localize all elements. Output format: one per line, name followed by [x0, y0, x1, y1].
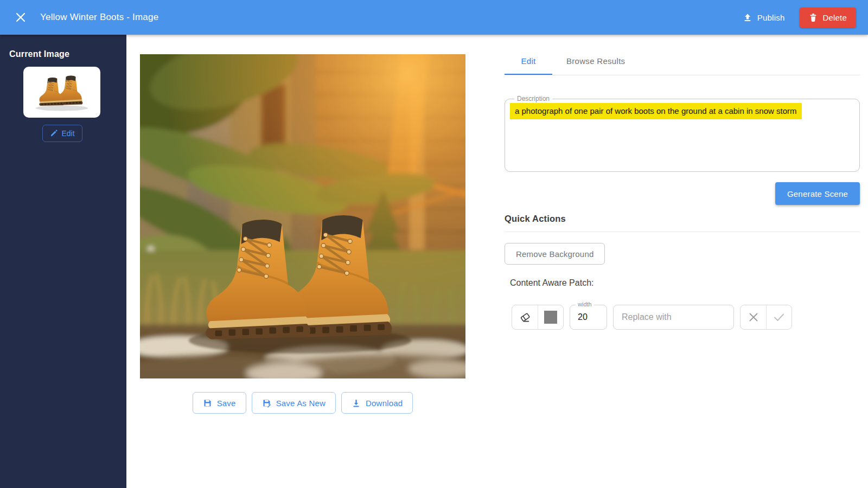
- patch-tool-group: [512, 305, 564, 330]
- generate-scene-button[interactable]: Generate Scene: [775, 182, 860, 205]
- sidebar-heading: Current Image: [9, 49, 126, 59]
- width-input[interactable]: [570, 312, 607, 323]
- trash-icon: [809, 13, 818, 22]
- thumbnail-boots-image: [28, 70, 96, 114]
- delete-button[interactable]: Delete: [800, 8, 856, 28]
- page-title: Yellow Winter Boots - Image: [40, 12, 158, 23]
- publish-button[interactable]: Publish: [739, 12, 788, 23]
- edit-panel: Edit Browse Results Description a photog…: [505, 49, 860, 330]
- cancel-x-icon: [748, 311, 760, 323]
- close-button[interactable]: [10, 7, 31, 28]
- title-bar: Yellow Winter Boots - Image Publish Dele…: [0, 0, 868, 35]
- delete-label: Delete: [822, 13, 847, 22]
- eraser-icon: [519, 311, 531, 323]
- sidebar-edit-button[interactable]: Edit: [42, 125, 82, 142]
- description-field[interactable]: Description a photograph of one pair of …: [505, 95, 860, 172]
- width-field-legend: width: [576, 301, 594, 307]
- patch-color-button[interactable]: [538, 305, 563, 329]
- publish-label: Publish: [757, 13, 785, 22]
- confirm-check-icon: [773, 311, 786, 324]
- patch-confirm-group: [740, 305, 792, 330]
- editor-canvas-image[interactable]: [140, 54, 465, 378]
- cancel-patch-button[interactable]: [741, 305, 766, 329]
- confirm-patch-button[interactable]: [766, 305, 792, 329]
- tab-edit[interactable]: Edit: [505, 49, 552, 75]
- width-field: width: [570, 305, 607, 330]
- description-legend: Description: [514, 95, 552, 102]
- boots-cabin-scene: [140, 54, 465, 378]
- save-as-new-button[interactable]: Save As New: [252, 392, 336, 414]
- quick-actions-heading: Quick Actions: [505, 214, 860, 232]
- sidebar-edit-label: Edit: [61, 129, 74, 138]
- download-label: Download: [366, 399, 403, 408]
- download-button[interactable]: Download: [341, 392, 413, 414]
- current-image-sidebar: Current Image Edit: [0, 35, 126, 488]
- publish-icon: [743, 12, 752, 22]
- current-image-thumbnail[interactable]: [23, 67, 100, 118]
- canvas-action-bar: Save Save As New Download: [140, 392, 465, 414]
- save-button[interactable]: Save: [193, 392, 246, 414]
- generate-row: Generate Scene: [505, 182, 860, 205]
- close-icon: [15, 12, 26, 23]
- description-highlighted-text[interactable]: a photograph of one pair of work boots o…: [510, 103, 802, 119]
- save-as-new-icon: [262, 399, 271, 408]
- pencil-icon: [50, 130, 58, 137]
- save-label: Save: [217, 399, 236, 408]
- remove-background-button[interactable]: Remove Background: [505, 243, 605, 265]
- replace-with-input[interactable]: [613, 305, 734, 330]
- content-aware-patch-controls: width: [512, 305, 860, 330]
- content-aware-patch-label: Content Aware Patch:: [510, 278, 860, 288]
- eraser-tool-button[interactable]: [512, 305, 538, 329]
- save-icon: [203, 399, 212, 408]
- save-as-new-label: Save As New: [276, 399, 326, 408]
- download-icon: [352, 399, 361, 408]
- panel-tabs: Edit Browse Results: [505, 49, 860, 75]
- gray-square-swatch: [544, 311, 557, 324]
- tab-browse-results[interactable]: Browse Results: [552, 49, 639, 75]
